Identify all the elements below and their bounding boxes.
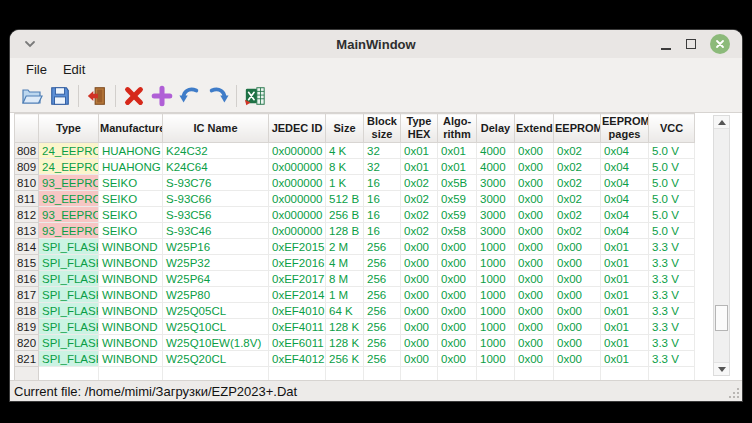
cell-manufacture[interactable]: WINBOND xyxy=(99,351,163,367)
row-number[interactable]: 814 xyxy=(15,239,39,255)
cell-delay[interactable]: 3000 xyxy=(477,175,515,191)
table-row[interactable]: 821SPI_FLASHWINBONDW25Q20CL0xEF4012256 K… xyxy=(15,351,695,367)
cell-block-size[interactable]: 256 xyxy=(364,319,401,335)
table-row[interactable]: 817SPI_FLASHWINBONDW25P800xEF20141 M2560… xyxy=(15,287,695,303)
cell-jedec-id[interactable]: 0x000000 xyxy=(269,191,326,207)
cell-size[interactable]: 4 M xyxy=(326,255,364,271)
cell-jedec-id[interactable]: 0xEF2014 xyxy=(269,287,326,303)
cell-delay[interactable]: 3000 xyxy=(477,207,515,223)
cell-type[interactable]: SPI_FLASH xyxy=(39,287,99,303)
cell-ic-name[interactable]: W25P16 xyxy=(163,239,269,255)
cell-vcc[interactable]: 3.3 V xyxy=(649,351,695,367)
cell-eeprom[interactable]: 0x02 xyxy=(554,223,601,239)
table-row[interactable]: 81093_EEPROMSEIKOS-93C760x0000001 K160x0… xyxy=(15,175,695,191)
row-number[interactable]: 816 xyxy=(15,271,39,287)
cell-manufacture[interactable]: WINBOND xyxy=(99,239,163,255)
cell-type-hex[interactable]: 0x01 xyxy=(401,159,438,175)
cell-manufacture[interactable]: WINBOND xyxy=(99,287,163,303)
cell-block-size[interactable]: 256 xyxy=(364,303,401,319)
table-row[interactable]: 814SPI_FLASHWINBONDW25P160xEF20152 M2560… xyxy=(15,239,695,255)
cell-eeprom-pages[interactable]: 0x01 xyxy=(601,271,649,287)
cell-block-size[interactable]: 16 xyxy=(364,207,401,223)
row-number[interactable]: 809 xyxy=(15,159,39,175)
cell-eeprom-pages[interactable]: 0x04 xyxy=(601,143,649,159)
row-number[interactable]: 811 xyxy=(15,191,39,207)
cell-extend[interactable]: 0x00 xyxy=(515,159,554,175)
cell-size[interactable]: 2 M xyxy=(326,239,364,255)
cell-eeprom-pages[interactable]: 0x01 xyxy=(601,335,649,351)
cell-ic-name[interactable]: S-93C46 xyxy=(163,223,269,239)
cell-type[interactable]: 93_EEPROM xyxy=(39,207,99,223)
cell-vcc[interactable]: 3.3 V xyxy=(649,239,695,255)
cell-extend[interactable]: 0x00 xyxy=(515,207,554,223)
cell-block-size[interactable]: 256 xyxy=(364,287,401,303)
cell-manufacture[interactable]: WINBOND xyxy=(99,303,163,319)
column-header[interactable]: Manufacture xyxy=(99,114,163,143)
cell-delay[interactable]: 1000 xyxy=(477,303,515,319)
table-row[interactable]: 80924_EEPROMHUAHONGK24C640x0000008 K320x… xyxy=(15,159,695,175)
cell-type-hex[interactable]: 0x02 xyxy=(401,223,438,239)
open-file-button[interactable] xyxy=(18,82,46,110)
cell-extend[interactable]: 0x00 xyxy=(515,191,554,207)
cell-manufacture[interactable]: SEIKO xyxy=(99,191,163,207)
cell-size[interactable]: 256 B xyxy=(326,207,364,223)
cell-delay[interactable]: 4000 xyxy=(477,159,515,175)
cell-jedec-id[interactable]: 0x000000 xyxy=(269,207,326,223)
cell-vcc[interactable]: 3.3 V xyxy=(649,335,695,351)
cell-algo-rithm[interactable]: 0x58 xyxy=(438,223,477,239)
cell-type-hex[interactable]: 0x00 xyxy=(401,351,438,367)
cell-eeprom-pages[interactable]: 0x01 xyxy=(601,239,649,255)
cell-eeprom[interactable]: 0x02 xyxy=(554,159,601,175)
table-row[interactable]: 819SPI_FLASHWINBONDW25Q10CL0xEF4011128 K… xyxy=(15,319,695,335)
cell-ic-name[interactable]: W25Q20CL xyxy=(163,351,269,367)
cell-algo-rithm[interactable]: 0x00 xyxy=(438,335,477,351)
cell-type-hex[interactable]: 0x02 xyxy=(401,191,438,207)
cell-eeprom-pages[interactable]: 0x01 xyxy=(601,303,649,319)
cell-extend[interactable]: 0x00 xyxy=(515,271,554,287)
table-row[interactable]: 815SPI_FLASHWINBONDW25P320xEF20164 M2560… xyxy=(15,255,695,271)
row-number[interactable]: 810 xyxy=(15,175,39,191)
table-row-partial[interactable] xyxy=(15,367,695,381)
cell-vcc[interactable]: 5.0 V xyxy=(649,175,695,191)
cell-vcc[interactable]: 5.0 V xyxy=(649,207,695,223)
cell-manufacture[interactable]: HUAHONG xyxy=(99,159,163,175)
cell-delay[interactable]: 1000 xyxy=(477,287,515,303)
cell-algo-rithm[interactable]: 0x00 xyxy=(438,319,477,335)
cell-size[interactable]: 256 K xyxy=(326,351,364,367)
cell-delay[interactable]: 1000 xyxy=(477,239,515,255)
cell-size[interactable]: 128 K xyxy=(326,319,364,335)
window-menu-chevron-icon[interactable] xyxy=(24,40,36,48)
cell-vcc[interactable]: 5.0 V xyxy=(649,143,695,159)
export-excel-button[interactable] xyxy=(241,82,269,110)
cell-ic-name[interactable]: K24C64 xyxy=(163,159,269,175)
cell-eeprom[interactable]: 0x00 xyxy=(554,351,601,367)
cell-algo-rithm[interactable]: 0x59 xyxy=(438,191,477,207)
cell-extend[interactable]: 0x00 xyxy=(515,287,554,303)
cell-eeprom[interactable]: 0x00 xyxy=(554,319,601,335)
cell-manufacture[interactable]: SEIKO xyxy=(99,207,163,223)
scrollbar-thumb[interactable] xyxy=(715,305,728,331)
cell-block-size[interactable]: 256 xyxy=(364,255,401,271)
cell-delay[interactable]: 1000 xyxy=(477,319,515,335)
cell-vcc[interactable]: 3.3 V xyxy=(649,255,695,271)
cell-eeprom[interactable]: 0x00 xyxy=(554,303,601,319)
column-header[interactable]: Delay xyxy=(477,114,515,143)
cell-eeprom-pages[interactable]: 0x01 xyxy=(601,319,649,335)
cell-block-size[interactable]: 256 xyxy=(364,271,401,287)
cell-eeprom[interactable]: 0x02 xyxy=(554,175,601,191)
row-number[interactable]: 815 xyxy=(15,255,39,271)
cell-type[interactable]: 93_EEPROM xyxy=(39,175,99,191)
cell-extend[interactable]: 0x00 xyxy=(515,239,554,255)
cell-eeprom-pages[interactable]: 0x04 xyxy=(601,159,649,175)
cell-extend[interactable]: 0x00 xyxy=(515,303,554,319)
cell-type[interactable]: 24_EEPROM xyxy=(39,159,99,175)
cell-ic-name[interactable]: S-93C66 xyxy=(163,191,269,207)
cell-algo-rithm[interactable]: 0x59 xyxy=(438,207,477,223)
row-number[interactable]: 813 xyxy=(15,223,39,239)
cell-ic-name[interactable]: W25Q10EW(1.8V) xyxy=(163,335,269,351)
cell-delay[interactable]: 3000 xyxy=(477,191,515,207)
column-header[interactable]: EEPROM xyxy=(554,114,601,143)
cell-size[interactable]: 64 K xyxy=(326,303,364,319)
cell-ic-name[interactable]: W25P32 xyxy=(163,255,269,271)
cell-block-size[interactable]: 16 xyxy=(364,191,401,207)
